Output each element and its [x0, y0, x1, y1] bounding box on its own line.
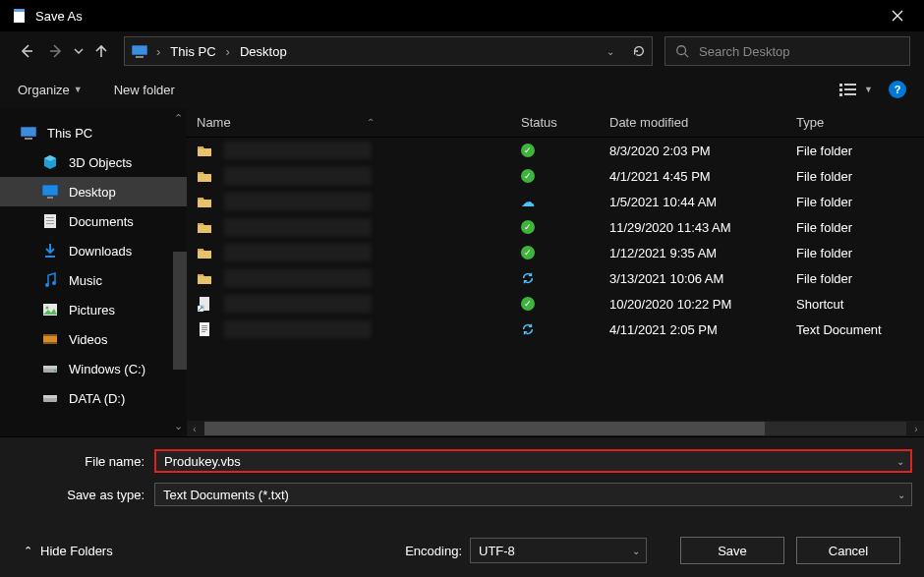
file-type: File folder	[786, 195, 924, 209]
file-icon	[197, 219, 212, 235]
sort-caret-icon: ⌃	[367, 117, 375, 128]
svg-rect-37	[198, 198, 203, 200]
search-box[interactable]	[664, 36, 910, 66]
file-date: 1/12/2021 9:35 AM	[600, 246, 786, 260]
breadcrumb-desktop[interactable]: Desktop	[234, 44, 293, 59]
file-date: 10/20/2020 10:22 PM	[600, 297, 786, 312]
column-type[interactable]: Type	[786, 115, 924, 130]
sidebar-item-this-pc[interactable]: This PC	[0, 118, 187, 147]
file-date: 4/1/2021 4:45 PM	[600, 169, 786, 184]
file-icon	[197, 194, 212, 209]
sidebar-item-videos[interactable]: Videos	[0, 324, 187, 354]
sidebar-item-desktop[interactable]: Desktop	[0, 177, 187, 206]
address-dropdown-icon[interactable]: ⌄	[606, 46, 614, 57]
scroll-down-icon[interactable]: ⌄	[174, 420, 183, 433]
chevron-down-icon[interactable]: ⌄	[897, 490, 905, 500]
file-type: File folder	[786, 271, 924, 286]
file-row[interactable]: 3/13/2021 10:06 AMFile folder	[187, 265, 924, 291]
encoding-label: Encoding:	[405, 544, 462, 558]
file-date: 8/3/2020 2:03 PM	[600, 144, 786, 158]
sidebar-scrollbar[interactable]	[173, 252, 187, 370]
save-button[interactable]: Save	[680, 537, 784, 564]
sidebar: ⌃ This PC 3D Objects Desktop	[0, 108, 187, 436]
file-list: ✓8/3/2020 2:03 PMFile folder✓4/1/2021 4:…	[187, 138, 924, 421]
scroll-left-icon[interactable]: ‹	[187, 424, 202, 434]
videos-icon	[41, 331, 59, 347]
search-input[interactable]	[699, 44, 899, 59]
sidebar-item-downloads[interactable]: Downloads	[0, 236, 187, 265]
file-row[interactable]: ☁1/5/2021 10:44 AMFile folder	[187, 189, 924, 214]
column-date[interactable]: Date modified	[600, 115, 786, 130]
horizontal-scrollbar[interactable]: ‹ ›	[187, 421, 924, 436]
file-pane: Name ⌃ Status Date modified Type ✓8/3/20…	[187, 108, 924, 436]
filename-input[interactable]: Produkey.vbs ⌄	[154, 449, 912, 473]
help-button[interactable]: ?	[889, 81, 906, 98]
sidebar-item-label: Desktop	[69, 185, 116, 200]
encoding-select[interactable]: UTF-8 ⌄	[470, 538, 647, 563]
new-folder-button[interactable]: New folder	[114, 83, 175, 97]
file-row[interactable]: ✓4/1/2021 4:45 PMFile folder	[187, 163, 924, 189]
chevron-down-icon[interactable]: ⌄	[896, 456, 904, 467]
sidebar-item-drive-d[interactable]: DATA (D:)	[0, 383, 187, 413]
status-ok-icon: ✓	[521, 246, 535, 260]
status-cloud-icon: ☁	[521, 194, 535, 209]
cancel-button[interactable]: Cancel	[796, 537, 900, 564]
savetype-select[interactable]: Text Documents (*.txt) ⌄	[154, 483, 912, 506]
svg-rect-46	[202, 329, 207, 330]
svg-rect-8	[839, 88, 842, 91]
svg-rect-10	[839, 93, 842, 96]
svg-rect-34	[43, 395, 57, 398]
chevron-right-icon: ›	[154, 44, 162, 59]
status-sync-icon	[521, 271, 535, 285]
sidebar-item-label: DATA (D:)	[69, 391, 125, 406]
sidebar-item-music[interactable]: Music	[0, 265, 187, 295]
svg-rect-20	[46, 220, 54, 221]
scroll-up-icon[interactable]: ⌃	[174, 112, 183, 125]
file-type: Shortcut	[786, 297, 924, 312]
file-row[interactable]: ✓8/3/2020 2:03 PMFile folder	[187, 138, 924, 163]
file-row[interactable]: ✓11/29/2020 11:43 AMFile folder	[187, 214, 924, 240]
svg-point-5	[677, 46, 686, 55]
file-row[interactable]: 4/11/2021 2:05 PMText Document	[187, 317, 924, 342]
forward-button[interactable]	[43, 38, 69, 64]
scroll-right-icon[interactable]: ›	[908, 424, 924, 434]
file-date: 3/13/2021 10:06 AM	[600, 271, 786, 286]
svg-rect-9	[844, 88, 856, 90]
chevron-down-icon: ▼	[864, 85, 873, 94]
svg-rect-16	[43, 186, 57, 195]
file-row[interactable]: ✓1/12/2021 9:35 AMFile folder	[187, 240, 924, 265]
status-ok-icon: ✓	[521, 297, 535, 311]
file-row[interactable]: ✓10/20/2020 10:22 PMShortcut	[187, 291, 924, 317]
status-sync-icon	[521, 322, 535, 336]
close-button[interactable]	[875, 0, 920, 31]
recent-locations-button[interactable]	[73, 38, 85, 64]
svg-rect-21	[46, 223, 54, 224]
file-name-redacted	[224, 142, 372, 159]
column-name[interactable]: Name ⌃	[187, 115, 511, 130]
sidebar-item-label: 3D Objects	[69, 155, 132, 170]
file-name-redacted	[224, 295, 372, 313]
file-name-redacted	[224, 244, 372, 261]
hide-folders-button[interactable]: ⌃ Hide Folders	[24, 544, 113, 558]
back-button[interactable]	[14, 38, 39, 64]
pictures-icon	[41, 302, 59, 317]
svg-point-24	[52, 281, 56, 285]
main-area: ⌃ This PC 3D Objects Desktop	[0, 108, 924, 436]
address-bar[interactable]: › This PC › Desktop ⌄	[124, 36, 653, 66]
refresh-button[interactable]	[632, 44, 646, 58]
sidebar-item-drive-c[interactable]: Windows (C:)	[0, 354, 187, 383]
column-status[interactable]: Status	[511, 115, 600, 130]
view-options-button[interactable]: ▼	[838, 82, 873, 97]
sidebar-item-pictures[interactable]: Pictures	[0, 295, 187, 324]
sidebar-item-documents[interactable]: Documents	[0, 206, 187, 236]
documents-icon	[41, 213, 59, 229]
search-icon	[675, 44, 689, 58]
sidebar-item-3d-objects[interactable]: 3D Objects	[0, 147, 187, 177]
footer: ⌃ Hide Folders Encoding: UTF-8 ⌄ Save Ca…	[0, 524, 924, 577]
file-icon	[197, 270, 212, 286]
chevron-down-icon[interactable]: ⌄	[632, 546, 640, 556]
up-button[interactable]	[88, 38, 114, 64]
file-icon	[197, 296, 212, 312]
organize-button[interactable]: Organize ▼	[18, 83, 83, 97]
breadcrumb-this-pc[interactable]: This PC	[164, 44, 221, 59]
